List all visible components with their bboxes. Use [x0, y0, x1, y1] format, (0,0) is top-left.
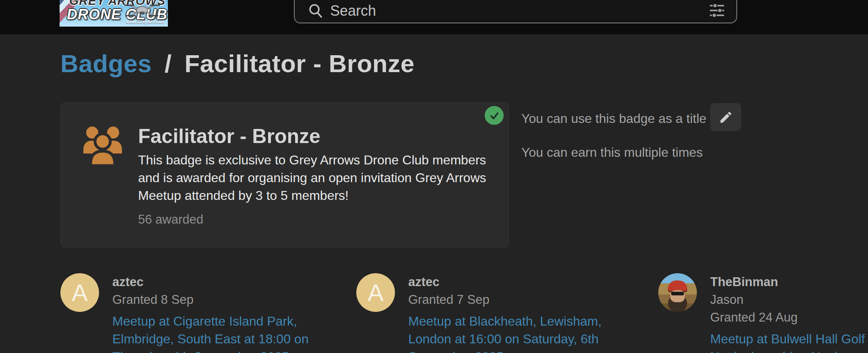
avatar[interactable]: A: [60, 273, 99, 312]
grant-text: aztec Granted 8 Sep Meetup at Cigarette …: [112, 273, 308, 353]
avatar-photo-sunglasses: [671, 292, 684, 295]
grant-topic-link[interactable]: Meetup at Cigarette Island Park, Elmbrid…: [112, 312, 308, 353]
grant-username[interactable]: aztec: [408, 273, 601, 291]
grant-text: aztec Granted 7 Sep Meetup at Blackheath…: [408, 273, 601, 353]
pencil-icon: [719, 110, 733, 125]
badge-awarded-count: 56 awarded: [138, 212, 203, 227]
grant-username[interactable]: TheBinman: [710, 273, 868, 291]
badge-description: This badge is exclusive to Grey Arrows D…: [138, 151, 500, 204]
avatar-letter: A: [72, 279, 88, 307]
avatar-photo-hat: [668, 280, 687, 291]
site-header: GREY ARROWS DRONE CLUB www.GreyArro.ws: [0, 0, 868, 35]
badge-enabled-check: [485, 106, 504, 125]
grant-date: Granted 24 Aug: [710, 309, 868, 326]
check-icon: [489, 110, 500, 121]
site-logo[interactable]: GREY ARROWS DRONE CLUB www.GreyArro.ws: [60, 0, 168, 27]
breadcrumb: Badges / Facilitator - Bronze: [60, 49, 415, 78]
logo-url-text: www.GreyArro.ws: [126, 19, 164, 24]
grant-link-line[interactable]: London at 16:00 on Saturday, 6th: [408, 330, 601, 348]
page-title: Facilitator - Bronze: [184, 50, 415, 77]
search-box: [294, 0, 737, 23]
avatar[interactable]: A: [356, 273, 395, 312]
edit-title-button[interactable]: [710, 103, 741, 131]
grant-date: Granted 8 Sep: [112, 291, 308, 309]
grant-link-line[interactable]: Nottinghamshire, Notting: [710, 348, 868, 353]
grant-link-line[interactable]: September 2025: [408, 348, 601, 353]
badge-title: Facilitator - Bronze: [138, 125, 320, 148]
grant-username[interactable]: aztec: [112, 273, 308, 291]
grant-link-line[interactable]: Elmbridge, South East at 18:00 on: [112, 330, 308, 348]
grant-link-line[interactable]: Meetup at Blackheath, Lewisham,: [408, 312, 601, 330]
grant-text: TheBinman Jason Granted 24 Aug Meetup at…: [710, 273, 868, 353]
badge-title-note: You can use this badge as a title: [521, 111, 707, 126]
breadcrumb-separator: /: [165, 50, 172, 77]
drone-graphic: [124, 0, 161, 18]
badge-multiple-note: You can earn this multiple times: [521, 145, 703, 160]
breadcrumb-badges-link[interactable]: Badges: [60, 50, 152, 77]
grant-link-line[interactable]: Meetup at Bulwell Hall Golf C: [710, 330, 868, 348]
search-icon: [308, 3, 324, 19]
users-icon: [82, 125, 124, 166]
search-input[interactable]: [330, 2, 707, 19]
sliders-icon: [708, 2, 726, 19]
grant-fullname: Jason: [710, 291, 868, 309]
grant-link-line[interactable]: Thursday, 4th September 2025: [112, 348, 308, 353]
grant-topic-link[interactable]: Meetup at Bulwell Hall Golf C Nottingham…: [710, 330, 868, 353]
avatar-photo[interactable]: [658, 273, 697, 312]
badge-page: GREY ARROWS DRONE CLUB www.GreyArro.ws: [0, 0, 868, 353]
grant-date: Granted 7 Sep: [408, 291, 601, 309]
search-inner: [295, 2, 736, 20]
search-filter-button[interactable]: [707, 0, 727, 22]
grant-topic-link[interactable]: Meetup at Blackheath, Lewisham, London a…: [408, 312, 601, 353]
avatar-letter: A: [368, 279, 384, 307]
badge-card: Facilitator - Bronze This badge is exclu…: [60, 102, 509, 248]
grant-link-line[interactable]: Meetup at Cigarette Island Park,: [112, 312, 308, 330]
